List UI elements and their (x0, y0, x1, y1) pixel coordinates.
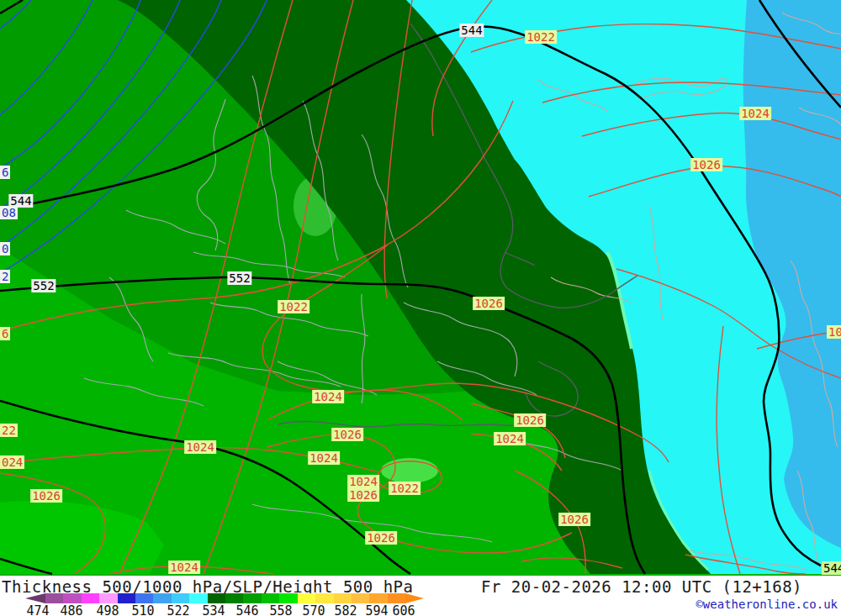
map-canvas (0, 0, 841, 576)
height-contour-label: 552 (31, 279, 56, 292)
pressure-isobar-label: 1026 (558, 513, 590, 526)
pressure-isobar-label: 1026 (365, 531, 397, 545)
pressure-isobar-label: 1024 (168, 561, 200, 574)
colorbar-tick-label: 558 (269, 603, 292, 616)
colorbar-tick-label: 534 (202, 603, 225, 616)
shade-light-patch-b (381, 458, 438, 483)
colorbar-block (153, 593, 171, 603)
pressure-isobar-label: 08 (0, 206, 18, 219)
colorbar-block (388, 593, 405, 603)
legend-bar: Thickness 500/1000 hPa/SLP/Height 500 hP… (0, 576, 841, 616)
pressure-isobar-label: 1026 (690, 158, 722, 171)
pressure-isobar-label: 1024 (184, 440, 216, 454)
pressure-isobar-label: 1022 (278, 300, 309, 313)
pressure-isobar-label: 1026 (473, 297, 505, 310)
colorbar-block (225, 593, 243, 603)
colorbar-block (172, 593, 189, 603)
colorbar-ticks: 474486498510522534546558570582594606 (0, 603, 437, 616)
colorbar-tick-label: 582 (334, 603, 357, 616)
colorbar-tick-label: 594 (365, 603, 388, 616)
colorbar-arrow-left (25, 593, 45, 603)
height-contour-label: 552 (227, 271, 251, 285)
pressure-isobar-label: 6 (0, 166, 10, 179)
colorbar-tick-label: 486 (60, 603, 82, 616)
weather-map: 5445525525445441022102410261022102610241… (0, 0, 841, 576)
pressure-isobar-label: 1024 (308, 451, 340, 465)
thickness-colorbar (25, 593, 424, 603)
pressure-isobar-label: 1026 (331, 428, 363, 441)
pressure-isobar-label: 1026 (30, 489, 62, 503)
colorbar-block (63, 593, 81, 603)
colorbar-block (334, 593, 352, 603)
height-contour-label: 544 (822, 561, 841, 575)
colorbar-block (99, 593, 117, 603)
colorbar-block (208, 593, 225, 603)
pressure-isobar-label: 6 (0, 327, 10, 340)
pressure-isobar-label: 1022 (389, 482, 420, 495)
pressure-isobar-label: 22 (0, 424, 18, 437)
pressure-isobar-label: 1026 (514, 413, 546, 427)
pressure-isobar-label: 1024 (739, 107, 771, 120)
copyright-link[interactable]: ©weatheronline.co.uk (696, 598, 838, 611)
colorbar-tick-label: 546 (235, 603, 258, 616)
colorbar-tick-label: 498 (96, 603, 119, 616)
forecast-datetime: Fr 20-02-2026 12:00 UTC (12+168) (481, 577, 802, 596)
pressure-isobar-label: 1024 (494, 432, 526, 445)
pressure-isobar-label: 2 (0, 270, 10, 283)
pressure-isobar-label: 1024 (312, 390, 344, 403)
colorbar-block (315, 593, 333, 603)
pressure-isobar-label: 1024 (827, 325, 841, 339)
pressure-isobar-label: 1024 (347, 475, 379, 488)
pressure-isobar-label: 1022 (525, 30, 557, 44)
height-contour-label: 544 (459, 24, 484, 37)
pressure-isobar-label: 1026 (347, 488, 379, 502)
colorbar-tick-label: 606 (392, 603, 415, 616)
colorbar-block (298, 593, 315, 603)
colorbar-block (352, 593, 369, 603)
pressure-isobar-label: 0 (0, 242, 10, 255)
colorbar-tick-label: 510 (131, 603, 154, 616)
colorbar-block (135, 593, 153, 603)
colorbar-block (118, 593, 135, 603)
colorbar-block (369, 593, 387, 603)
colorbar-arrow-right (405, 593, 424, 603)
weather-map-screen: 5445525525445441022102410261022102610241… (0, 0, 841, 616)
colorbar-tick-label: 474 (26, 603, 49, 616)
pressure-isobar-label: 024 (0, 455, 24, 469)
colorbar-tick-label: 570 (302, 603, 325, 616)
colorbar-block (82, 593, 99, 603)
colorbar-block (243, 593, 261, 603)
colorbar-tick-label: 522 (167, 603, 189, 616)
colorbar-block (45, 593, 63, 603)
colorbar-block (189, 593, 207, 603)
colorbar-block (279, 593, 297, 603)
colorbar-block (262, 593, 279, 603)
